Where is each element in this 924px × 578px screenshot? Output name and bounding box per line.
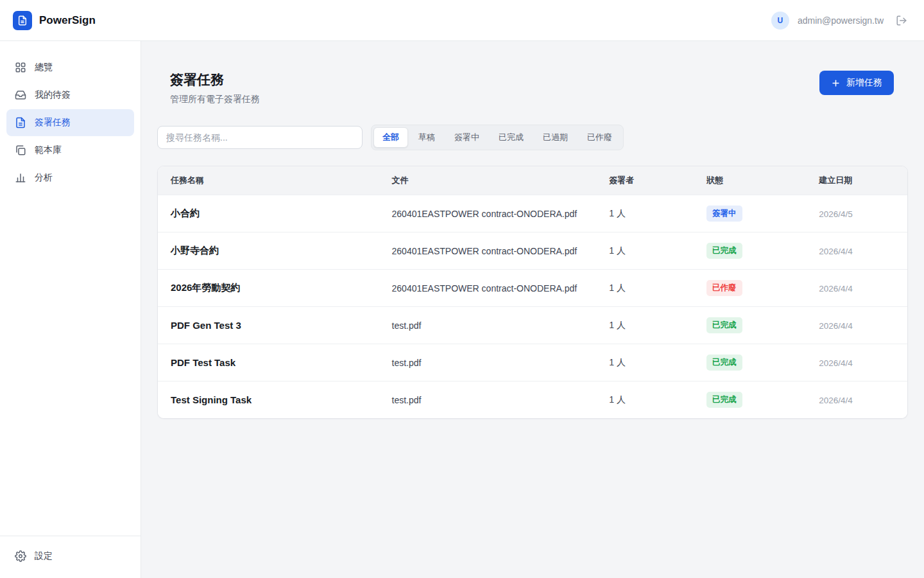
- sidebar-item-my-pending[interactable]: 我的待簽: [6, 82, 134, 109]
- sidebar-item-signing-tasks[interactable]: 簽署任務: [6, 109, 134, 136]
- new-task-button[interactable]: 新增任務: [819, 71, 894, 95]
- filter-tab-signing[interactable]: 簽署中: [445, 127, 488, 148]
- sidebar-item-settings[interactable]: 設定: [6, 543, 134, 570]
- filter-tab-completed[interactable]: 已完成: [490, 127, 533, 148]
- task-name: Test Signing Task: [171, 394, 252, 405]
- status-badge: 已完成: [706, 243, 742, 259]
- column-header-file: 文件: [379, 166, 597, 195]
- task-signers: 1 人: [609, 394, 626, 405]
- task-date: 2026/4/4: [819, 396, 853, 405]
- sidebar-item-label: 總覽: [35, 62, 53, 73]
- task-file: test.pdf: [392, 358, 422, 368]
- app-window: PowerSign U admin@powersign.tw 總覽 我的待簽: [0, 0, 924, 578]
- filter-tab-draft[interactable]: 草稿: [409, 127, 444, 148]
- main-content: 簽署任務 管理所有電子簽署任務 新增任務 全部 草稿 簽署中 已完成 已過期 已…: [141, 41, 924, 578]
- search-input[interactable]: [157, 126, 363, 149]
- sidebar: 總覽 我的待簽 簽署任務 範本庫 分析: [0, 41, 141, 578]
- table-row[interactable]: Test Signing Task test.pdf 1 人 已完成 2026/…: [158, 381, 907, 419]
- document-logo-icon: [17, 15, 28, 26]
- table-row[interactable]: PDF Gen Test 3 test.pdf 1 人 已完成 2026/4/4: [158, 307, 907, 344]
- status-badge: 已完成: [706, 355, 742, 371]
- task-file: test.pdf: [392, 320, 422, 331]
- page-title-block: 簽署任務 管理所有電子簽署任務: [170, 71, 260, 105]
- status-badge: 已完成: [706, 317, 742, 333]
- sidebar-footer: 設定: [0, 536, 141, 578]
- sidebar-item-overview[interactable]: 總覽: [6, 54, 134, 81]
- filter-tab-all[interactable]: 全部: [373, 127, 408, 148]
- task-date: 2026/4/4: [819, 358, 853, 368]
- header-user-area: U admin@powersign.tw: [771, 12, 907, 30]
- plus-icon: [831, 78, 841, 88]
- task-file: 260401EASTPOWER contract-ONODERA.pdf: [392, 283, 578, 293]
- logout-icon: [896, 15, 907, 26]
- new-task-button-label: 新增任務: [846, 77, 882, 89]
- user-avatar[interactable]: U: [771, 12, 789, 30]
- task-name: 小野寺合約: [171, 245, 219, 256]
- table-header: 任務名稱 文件 簽署者 狀態 建立日期: [158, 166, 907, 195]
- sidebar-item-templates[interactable]: 範本庫: [6, 137, 134, 164]
- table-row[interactable]: PDF Test Task test.pdf 1 人 已完成 2026/4/4: [158, 344, 907, 381]
- task-date: 2026/4/4: [819, 321, 853, 331]
- task-signers: 1 人: [609, 283, 626, 293]
- page-title: 簽署任務: [170, 71, 260, 89]
- template-icon: [15, 144, 26, 156]
- user-email: admin@powersign.tw: [798, 15, 884, 26]
- column-header-name: 任務名稱: [158, 166, 379, 195]
- document-icon: [15, 117, 26, 128]
- status-badge: 已作廢: [706, 280, 742, 296]
- sidebar-item-label: 設定: [35, 550, 53, 562]
- status-filter-group: 全部 草稿 簽署中 已完成 已過期 已作廢: [371, 125, 624, 150]
- filter-tab-expired[interactable]: 已過期: [534, 127, 577, 148]
- task-name: PDF Gen Test 3: [171, 320, 241, 331]
- task-signers: 1 人: [609, 320, 626, 330]
- bar-chart-icon: [15, 172, 26, 184]
- task-signers: 1 人: [609, 357, 626, 367]
- tasks-table: 任務名稱 文件 簽署者 狀態 建立日期 小合約 260401EASTPOWER …: [158, 166, 907, 418]
- sidebar-item-label: 分析: [35, 172, 53, 184]
- task-date: 2026/4/5: [819, 209, 853, 219]
- toolbar: 全部 草稿 簽署中 已完成 已過期 已作廢: [157, 125, 908, 150]
- sidebar-item-label: 簽署任務: [35, 117, 71, 128]
- status-badge: 已完成: [706, 392, 742, 408]
- table-row[interactable]: 小合約 260401EASTPOWER contract-ONODERA.pdf…: [158, 195, 907, 232]
- table-row[interactable]: 小野寺合約 260401EASTPOWER contract-ONODERA.p…: [158, 232, 907, 270]
- column-header-date: 建立日期: [806, 166, 907, 195]
- grid-icon: [15, 62, 26, 73]
- task-date: 2026/4/4: [819, 247, 853, 256]
- top-header: PowerSign U admin@powersign.tw: [0, 0, 924, 41]
- sidebar-item-label: 範本庫: [35, 144, 62, 156]
- inbox-icon: [15, 89, 26, 101]
- logout-button[interactable]: [896, 15, 907, 26]
- page-header: 簽署任務 管理所有電子簽署任務 新增任務: [157, 71, 908, 105]
- task-file: test.pdf: [392, 395, 422, 405]
- column-header-status: 狀態: [694, 166, 806, 195]
- sidebar-item-label: 我的待簽: [35, 89, 71, 101]
- sidebar-item-analytics[interactable]: 分析: [6, 164, 134, 191]
- filter-tab-voided[interactable]: 已作廢: [578, 127, 621, 148]
- task-name: 2026年勞動契約: [171, 282, 240, 293]
- tasks-table-card: 任務名稱 文件 簽署者 狀態 建立日期 小合約 260401EASTPOWER …: [157, 166, 908, 419]
- column-header-signers: 簽署者: [596, 166, 694, 195]
- status-badge: 簽署中: [706, 206, 742, 222]
- task-signers: 1 人: [609, 245, 626, 256]
- app-logo: [13, 11, 32, 30]
- gear-icon: [15, 550, 26, 562]
- task-file: 260401EASTPOWER contract-ONODERA.pdf: [392, 209, 578, 219]
- task-date: 2026/4/4: [819, 284, 853, 293]
- page-subtitle: 管理所有電子簽署任務: [170, 94, 260, 105]
- task-file: 260401EASTPOWER contract-ONODERA.pdf: [392, 246, 578, 256]
- task-signers: 1 人: [609, 208, 626, 218]
- app-title: PowerSign: [39, 14, 96, 27]
- table-row[interactable]: 2026年勞動契約 260401EASTPOWER contract-ONODE…: [158, 270, 907, 307]
- task-name: PDF Test Task: [171, 357, 235, 368]
- task-name: 小合約: [171, 207, 200, 218]
